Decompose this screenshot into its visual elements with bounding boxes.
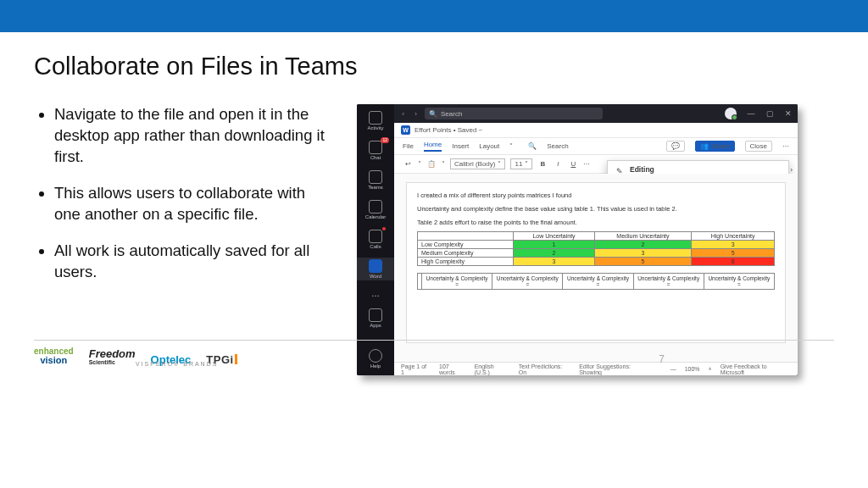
word-online: W Effort Points • Saved ~ File Home Inse… bbox=[394, 123, 798, 375]
bullet-list: Navigate to the file and open it in the … bbox=[34, 104, 335, 283]
bullet-item: All work is automatically saved for all … bbox=[54, 241, 335, 283]
apps-icon bbox=[369, 308, 382, 322]
word-icon bbox=[369, 259, 382, 273]
doc-paragraph: Table 2 adds effort to raise the points … bbox=[417, 219, 775, 227]
minimize-icon[interactable]: — bbox=[747, 109, 755, 118]
doc-title: Effort Points • Saved ~ bbox=[415, 126, 482, 134]
ribbon-search-icon: 🔍 bbox=[528, 142, 537, 150]
bell-icon bbox=[369, 111, 382, 125]
teams-nav-rail: Activity 12Chat Teams Calendar Calls Wor… bbox=[357, 104, 394, 375]
tab-more[interactable]: ˅ bbox=[509, 142, 513, 150]
rail-activity[interactable]: Activity bbox=[357, 109, 394, 132]
rail-apps[interactable]: Apps bbox=[357, 307, 394, 330]
bullet-item: Navigate to the file and open it in the … bbox=[54, 104, 335, 168]
footer: enhancedvision FreedomScientific Optelec… bbox=[34, 340, 834, 365]
text-column: Navigate to the file and open it in the … bbox=[34, 104, 335, 375]
slide-body: Collaborate on Files in Teams Navigate t… bbox=[0, 32, 868, 375]
rail-chat[interactable]: 12Chat bbox=[357, 139, 394, 162]
tab-insert[interactable]: Insert bbox=[452, 142, 469, 150]
avatar[interactable] bbox=[725, 108, 737, 119]
underline-button[interactable]: U bbox=[568, 160, 578, 168]
zoom-out[interactable]: — bbox=[670, 366, 676, 372]
tab-layout[interactable]: Layout bbox=[479, 142, 499, 150]
doc-paragraph: Uncertainty and complexity define the ba… bbox=[417, 205, 775, 214]
share-button[interactable]: 👥Share bbox=[695, 141, 734, 152]
badge-dot bbox=[382, 227, 386, 230]
close-button[interactable]: Close bbox=[745, 141, 772, 152]
paste-icon[interactable]: 📋 bbox=[426, 160, 437, 168]
search-placeholder: Search bbox=[441, 110, 462, 118]
doc-paragraph: I created a mix of different story point… bbox=[417, 191, 775, 200]
document-canvas: I created a mix of different story point… bbox=[394, 174, 798, 362]
doc-title-row: W Effort Points • Saved ~ bbox=[394, 123, 798, 138]
tab-file[interactable]: File bbox=[403, 142, 414, 150]
footer-tagline: VISPERO® BRANDS bbox=[136, 361, 218, 367]
bullet-item: This allows users to collaborate with on… bbox=[54, 183, 335, 225]
brand-freedom-scientific: FreedomScientific bbox=[89, 348, 136, 365]
badge: 12 bbox=[381, 137, 389, 143]
effort-table: Uncertainty & Complexity =Uncertainty & … bbox=[417, 273, 775, 290]
top-banner bbox=[0, 0, 868, 32]
story-points-table: Low UncertaintyMedium UncertaintyHigh Un… bbox=[417, 231, 775, 266]
brand-enhanced-vision: enhancedvision bbox=[34, 347, 74, 365]
share-icon: 👥 bbox=[700, 142, 709, 150]
italic-button[interactable]: I bbox=[553, 160, 563, 168]
tab-home[interactable]: Home bbox=[424, 141, 442, 152]
phone-icon bbox=[369, 230, 382, 243]
teams-screenshot: Activity 12Chat Teams Calendar Calls Wor… bbox=[357, 104, 798, 375]
search-icon: 🔍 bbox=[429, 110, 437, 118]
bold-button[interactable]: B bbox=[537, 160, 548, 168]
rail-calendar[interactable]: Calendar bbox=[357, 198, 394, 221]
rail-calls[interactable]: Calls bbox=[357, 228, 394, 251]
font-select[interactable]: Calibri (Body)˅ bbox=[450, 158, 505, 169]
forward-icon[interactable]: › bbox=[412, 110, 420, 118]
slide-title: Collaborate on Files in Teams bbox=[34, 53, 834, 80]
calendar-icon bbox=[369, 200, 382, 214]
rail-teams[interactable]: Teams bbox=[357, 169, 394, 191]
close-icon[interactable]: ✕ bbox=[784, 109, 793, 118]
maximize-icon[interactable]: ▢ bbox=[765, 109, 774, 118]
status-zoom[interactable]: 100% bbox=[685, 366, 700, 372]
back-icon[interactable]: ‹ bbox=[399, 110, 407, 118]
zoom-in[interactable]: + bbox=[709, 366, 712, 372]
ribbon-search[interactable]: Search bbox=[547, 142, 568, 150]
page-number: 7 bbox=[659, 353, 665, 365]
size-select[interactable]: 11˅ bbox=[510, 158, 532, 169]
titlebar: ‹ › 🔍 Search — ▢ ✕ bbox=[394, 104, 798, 123]
undo-icon[interactable]: ↩ bbox=[403, 160, 413, 168]
teams-icon bbox=[369, 170, 382, 184]
rail-more[interactable]: … bbox=[357, 287, 394, 300]
ribbon-more[interactable]: ⋯ bbox=[583, 160, 590, 168]
search-input[interactable]: 🔍 Search bbox=[425, 108, 603, 119]
more-button[interactable]: ⋯ bbox=[782, 142, 789, 150]
ribbon-tabs: File Home Insert Layout ˅ 🔍 Search 💬 👥Sh… bbox=[394, 138, 798, 155]
word-app-icon: W bbox=[401, 125, 410, 135]
rail-word[interactable]: Word bbox=[357, 258, 394, 280]
chat-icon bbox=[369, 141, 382, 154]
comments-button[interactable]: 💬 bbox=[666, 141, 685, 152]
